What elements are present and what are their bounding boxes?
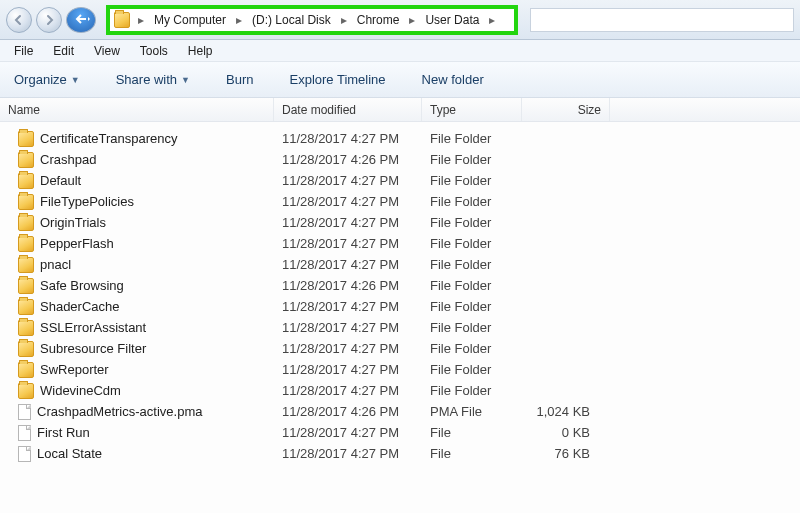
item-name: Subresource Filter bbox=[40, 341, 146, 356]
chevron-right-icon[interactable]: ▸ bbox=[232, 13, 246, 27]
item-date: 11/28/2017 4:27 PM bbox=[274, 173, 422, 188]
list-item[interactable]: Crashpad11/28/2017 4:26 PMFile Folder bbox=[0, 149, 800, 170]
menu-tools[interactable]: Tools bbox=[130, 42, 178, 60]
column-header-date[interactable]: Date modified bbox=[274, 98, 422, 121]
chevron-right-icon[interactable]: ▸ bbox=[405, 13, 419, 27]
burn-button[interactable]: Burn bbox=[220, 68, 259, 91]
list-item[interactable]: Safe Browsing11/28/2017 4:26 PMFile Fold… bbox=[0, 275, 800, 296]
item-name: SSLErrorAssistant bbox=[40, 320, 146, 335]
crumb-my-computer[interactable]: My Computer bbox=[148, 9, 232, 31]
list-item[interactable]: Subresource Filter11/28/2017 4:27 PMFile… bbox=[0, 338, 800, 359]
item-date: 11/28/2017 4:27 PM bbox=[274, 299, 422, 314]
list-item[interactable]: FileTypePolicies11/28/2017 4:27 PMFile F… bbox=[0, 191, 800, 212]
list-item[interactable]: WidevineCdm11/28/2017 4:27 PMFile Folder bbox=[0, 380, 800, 401]
menu-bar: File Edit View Tools Help bbox=[0, 40, 800, 62]
item-type: File Folder bbox=[422, 341, 522, 356]
item-size: 76 KB bbox=[522, 446, 610, 461]
folder-icon bbox=[18, 362, 34, 378]
item-type: File Folder bbox=[422, 383, 522, 398]
column-header-size[interactable]: Size bbox=[522, 98, 610, 121]
item-date: 11/28/2017 4:27 PM bbox=[274, 236, 422, 251]
item-name: CrashpadMetrics-active.pma bbox=[37, 404, 202, 419]
menu-edit[interactable]: Edit bbox=[43, 42, 84, 60]
item-name: SwReporter bbox=[40, 362, 109, 377]
folder-icon bbox=[18, 341, 34, 357]
item-name: Safe Browsing bbox=[40, 278, 124, 293]
item-date: 11/28/2017 4:27 PM bbox=[274, 362, 422, 377]
list-item[interactable]: pnacl11/28/2017 4:27 PMFile Folder bbox=[0, 254, 800, 275]
list-item[interactable]: CertificateTransparency11/28/2017 4:27 P… bbox=[0, 128, 800, 149]
share-label: Share with bbox=[116, 72, 177, 87]
breadcrumb[interactable]: ▸ My Computer ▸ (D:) Local Disk ▸ Chrome… bbox=[106, 5, 518, 35]
item-date: 11/28/2017 4:26 PM bbox=[274, 152, 422, 167]
item-type: File bbox=[422, 446, 522, 461]
new-folder-button[interactable]: New folder bbox=[416, 68, 490, 91]
list-item[interactable]: SSLErrorAssistant11/28/2017 4:27 PMFile … bbox=[0, 317, 800, 338]
share-with-button[interactable]: Share with ▼ bbox=[110, 68, 196, 91]
list-item[interactable]: Default11/28/2017 4:27 PMFile Folder bbox=[0, 170, 800, 191]
item-type: File Folder bbox=[422, 257, 522, 272]
folder-icon bbox=[18, 383, 34, 399]
item-type: File Folder bbox=[422, 215, 522, 230]
item-name: Crashpad bbox=[40, 152, 96, 167]
folder-icon bbox=[18, 236, 34, 252]
crumb-user-data[interactable]: User Data bbox=[419, 9, 485, 31]
item-date: 11/28/2017 4:27 PM bbox=[274, 131, 422, 146]
folder-icon bbox=[18, 131, 34, 147]
item-date: 11/28/2017 4:26 PM bbox=[274, 278, 422, 293]
file-list: CertificateTransparency11/28/2017 4:27 P… bbox=[0, 122, 800, 464]
crumb-local-disk[interactable]: (D:) Local Disk bbox=[246, 9, 337, 31]
recent-locations-button[interactable] bbox=[66, 7, 96, 33]
item-type: File Folder bbox=[422, 299, 522, 314]
forward-button[interactable] bbox=[36, 7, 62, 33]
item-type: File Folder bbox=[422, 320, 522, 335]
item-name: OriginTrials bbox=[40, 215, 106, 230]
back-button[interactable] bbox=[6, 7, 32, 33]
item-name: Local State bbox=[37, 446, 102, 461]
column-header-type[interactable]: Type bbox=[422, 98, 522, 121]
list-item[interactable]: First Run11/28/2017 4:27 PMFile0 KB bbox=[0, 422, 800, 443]
item-date: 11/28/2017 4:27 PM bbox=[274, 425, 422, 440]
item-size: 1,024 KB bbox=[522, 404, 610, 419]
item-type: File Folder bbox=[422, 362, 522, 377]
column-headers: Name Date modified Type Size bbox=[0, 98, 800, 122]
chevron-right-icon[interactable]: ▸ bbox=[337, 13, 351, 27]
search-box[interactable] bbox=[530, 8, 794, 32]
list-item[interactable]: PepperFlash11/28/2017 4:27 PMFile Folder bbox=[0, 233, 800, 254]
list-item[interactable]: ShaderCache11/28/2017 4:27 PMFile Folder bbox=[0, 296, 800, 317]
folder-icon bbox=[18, 173, 34, 189]
file-icon bbox=[18, 425, 31, 441]
crumb-chrome[interactable]: Chrome bbox=[351, 9, 406, 31]
list-item[interactable]: CrashpadMetrics-active.pma11/28/2017 4:2… bbox=[0, 401, 800, 422]
item-type: File Folder bbox=[422, 236, 522, 251]
organize-label: Organize bbox=[14, 72, 67, 87]
navigation-bar: ▸ My Computer ▸ (D:) Local Disk ▸ Chrome… bbox=[0, 0, 800, 40]
item-name: Default bbox=[40, 173, 81, 188]
menu-view[interactable]: View bbox=[84, 42, 130, 60]
folder-icon bbox=[18, 320, 34, 336]
folder-icon bbox=[18, 299, 34, 315]
organize-button[interactable]: Organize ▼ bbox=[8, 68, 86, 91]
folder-icon bbox=[18, 257, 34, 273]
chevron-right-icon[interactable]: ▸ bbox=[134, 13, 148, 27]
item-name: First Run bbox=[37, 425, 90, 440]
address-bar[interactable]: ▸ My Computer ▸ (D:) Local Disk ▸ Chrome… bbox=[106, 5, 518, 35]
item-type: PMA File bbox=[422, 404, 522, 419]
item-name: pnacl bbox=[40, 257, 71, 272]
item-name: ShaderCache bbox=[40, 299, 120, 314]
item-date: 11/28/2017 4:26 PM bbox=[274, 404, 422, 419]
list-item[interactable]: OriginTrials11/28/2017 4:27 PMFile Folde… bbox=[0, 212, 800, 233]
chevron-down-icon: ▼ bbox=[181, 75, 190, 85]
menu-help[interactable]: Help bbox=[178, 42, 223, 60]
column-header-name[interactable]: Name bbox=[0, 98, 274, 121]
explore-timeline-button[interactable]: Explore Timeline bbox=[283, 68, 391, 91]
item-date: 11/28/2017 4:27 PM bbox=[274, 446, 422, 461]
chevron-right-icon[interactable]: ▸ bbox=[485, 13, 499, 27]
item-type: File Folder bbox=[422, 152, 522, 167]
menu-file[interactable]: File bbox=[4, 42, 43, 60]
list-item[interactable]: Local State11/28/2017 4:27 PMFile76 KB bbox=[0, 443, 800, 464]
item-type: File Folder bbox=[422, 131, 522, 146]
item-name: FileTypePolicies bbox=[40, 194, 134, 209]
list-item[interactable]: SwReporter11/28/2017 4:27 PMFile Folder bbox=[0, 359, 800, 380]
item-type: File bbox=[422, 425, 522, 440]
